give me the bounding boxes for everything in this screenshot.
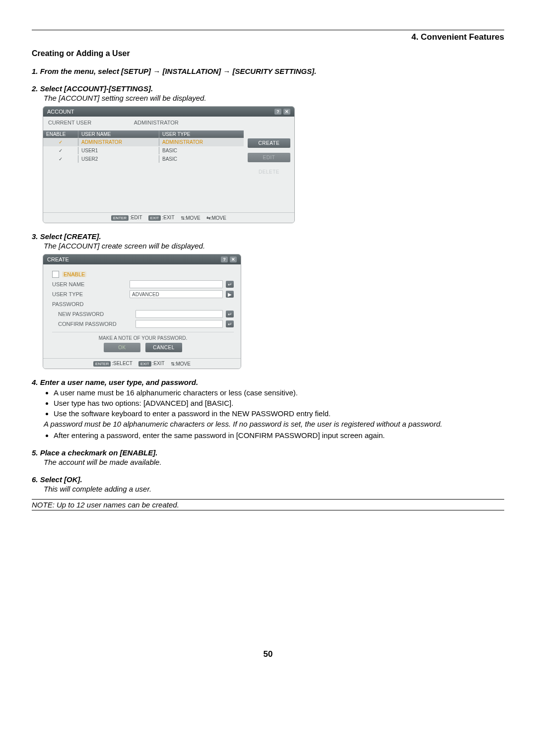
step-1: 1. From the menu, select [SETUP] → [INST… bbox=[32, 67, 504, 75]
cancel-button[interactable]: CANCEL bbox=[145, 343, 182, 352]
step-2-result: The [ACCOUNT] setting screen will be dis… bbox=[44, 94, 504, 102]
create-footer: ENTER:SELECT EXIT:EXIT ⇅:MOVE bbox=[43, 358, 241, 369]
step-5-result: The account will be made available. bbox=[44, 458, 504, 466]
move-vertical-hint: ⇅:MOVE bbox=[171, 361, 191, 367]
enter-key-icon: ENTER bbox=[93, 361, 111, 367]
step-6: 6. Select [OK]. bbox=[32, 475, 504, 484]
row-usertype: BASIC bbox=[159, 155, 244, 163]
close-icon[interactable]: ✕ bbox=[230, 256, 237, 262]
newpassword-input[interactable] bbox=[135, 310, 223, 318]
create-titlebar: CREATE ? ✕ bbox=[43, 254, 241, 264]
row-username: USER2 bbox=[78, 155, 159, 163]
chapter-header: 4. Convenient Features bbox=[32, 32, 504, 42]
move-vertical-hint: ⇅:MOVE bbox=[181, 215, 201, 221]
enter-icon[interactable]: ↵ bbox=[226, 320, 234, 327]
table-row[interactable]: ✓ USER1 BASIC bbox=[43, 146, 244, 155]
account-footer: ENTER:EDIT EXIT:EXIT ⇅:MOVE ⇆:MOVE bbox=[43, 212, 294, 223]
table-row[interactable]: ✓ ADMINISTRATOR ADMINISTRATOR bbox=[43, 138, 244, 146]
help-icon[interactable]: ? bbox=[274, 109, 281, 115]
password-label: PASSWORD bbox=[52, 301, 127, 307]
ok-button[interactable]: OK bbox=[104, 343, 140, 352]
username-input[interactable] bbox=[130, 280, 223, 288]
enter-icon[interactable]: ↵ bbox=[226, 281, 234, 288]
row-enable: ✓ bbox=[43, 155, 78, 163]
note: NOTE: Up to 12 user names can be created… bbox=[32, 499, 504, 510]
enable-label: ENABLE bbox=[62, 271, 86, 277]
step-4-bullets-2: After entering a password, enter the sam… bbox=[54, 431, 504, 440]
step-4-bullets: A user name must be 16 alphanumeric char… bbox=[54, 388, 504, 418]
enter-key-icon: ENTER bbox=[111, 215, 129, 221]
confirmpassword-label: CONFIRM PASSWORD bbox=[52, 321, 133, 327]
col-username: USER NAME bbox=[78, 130, 159, 138]
list-item: Use the software keyboard to enter a pas… bbox=[54, 409, 504, 418]
exit-key-icon: EXIT bbox=[138, 361, 151, 367]
step-6-result: This will complete adding a user. bbox=[44, 485, 504, 493]
account-window: ACCOUNT ? ✕ CURRENT USER ADMINISTRATOR E… bbox=[43, 106, 295, 223]
delete-button[interactable]: DELETE bbox=[248, 167, 290, 177]
list-item: A user name must be 16 alphanumeric char… bbox=[54, 388, 504, 397]
row-enable: ✓ bbox=[43, 138, 78, 146]
edit-button[interactable]: EDIT bbox=[248, 153, 290, 162]
usertype-label: USER TYPE bbox=[52, 291, 127, 297]
col-enable: ENABLE bbox=[43, 130, 78, 138]
username-label: USER NAME bbox=[52, 281, 127, 287]
usertype-select[interactable]: ADVANCED bbox=[130, 290, 223, 298]
account-title: ACCOUNT bbox=[47, 109, 74, 115]
password-note: MAKE A NOTE OF YOUR PASSWORD. bbox=[52, 332, 234, 343]
move-horizontal-hint: ⇆:MOVE bbox=[206, 215, 226, 221]
row-username: ADMINISTRATOR bbox=[78, 138, 159, 146]
enable-checkbox[interactable] bbox=[52, 271, 59, 278]
table-row[interactable]: ✓ USER2 BASIC bbox=[43, 155, 244, 163]
current-user-label: CURRENT USER bbox=[48, 120, 91, 126]
create-title: CREATE bbox=[47, 256, 69, 262]
step-2: 2. Select [ACCOUNT]-[SETTINGS]. bbox=[32, 84, 504, 93]
list-item: User type has two options: [ADVANCED] an… bbox=[54, 399, 504, 407]
col-usertype: USER TYPE bbox=[159, 130, 244, 138]
page-number: 50 bbox=[32, 649, 504, 659]
row-usertype: ADMINISTRATOR bbox=[159, 138, 244, 146]
current-user-value: ADMINISTRATOR bbox=[134, 120, 179, 126]
row-enable: ✓ bbox=[43, 147, 78, 154]
exit-key-icon: EXIT bbox=[148, 215, 161, 221]
close-icon[interactable]: ✕ bbox=[283, 109, 290, 115]
account-table: ENABLE USER NAME USER TYPE ✓ ADMINISTRAT… bbox=[43, 130, 244, 212]
enter-icon[interactable]: ↵ bbox=[226, 311, 234, 317]
step-3: 3. Select [CREATE]. bbox=[32, 232, 504, 241]
arrow-right-icon[interactable]: ▶ bbox=[226, 291, 234, 298]
account-titlebar: ACCOUNT ? ✕ bbox=[43, 107, 294, 117]
newpassword-label: NEW PASSWORD bbox=[52, 311, 133, 317]
step-4-note: A password must be 10 alphanumeric chara… bbox=[44, 420, 504, 428]
step-3-result: The [ACCOUNT] create screen will be disp… bbox=[44, 242, 504, 250]
list-item: After entering a password, enter the sam… bbox=[54, 431, 504, 440]
create-window: CREATE ? ✕ ENABLE USER NAME ↵ USER TYPE … bbox=[43, 254, 241, 369]
step-4: 4. Enter a user name, user type, and pas… bbox=[32, 378, 504, 386]
confirmpassword-input[interactable] bbox=[135, 320, 223, 328]
row-username: USER1 bbox=[78, 147, 159, 154]
enable-row[interactable]: ENABLE bbox=[52, 269, 234, 279]
section-title: Creating or Adding a User bbox=[32, 49, 504, 58]
create-button[interactable]: CREATE bbox=[248, 138, 290, 148]
help-icon[interactable]: ? bbox=[221, 256, 228, 262]
row-usertype: BASIC bbox=[159, 147, 244, 154]
step-5: 5. Place a checkmark on [ENABLE]. bbox=[32, 448, 504, 457]
